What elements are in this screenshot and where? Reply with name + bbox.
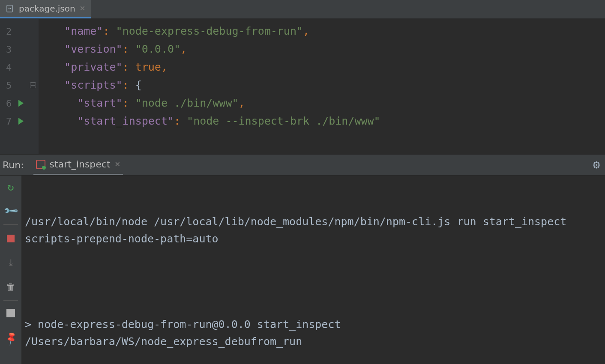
svg-point-1 [9,8,10,9]
toolbar-divider [3,224,18,225]
run-config-icon [36,160,45,169]
file-tab-label: package.json [19,3,75,14]
console-line: /usr/local/bin/node /usr/local/lib/node_… [25,213,602,248]
pin-icon: 📌 [3,331,18,346]
run-config-tab[interactable]: start_inspect ✕ [33,155,123,175]
fold-toggle-icon[interactable] [30,82,36,88]
line-number: 7 [6,116,12,127]
run-toolbar: ↻ 🔧 ⤓ 🗑 📌 [0,176,21,364]
edit-config-button[interactable]: 🔧 [3,203,18,218]
file-tab-package-json[interactable]: package.json ✕ [0,0,91,18]
svg-rect-0 [7,5,12,12]
rerun-icon: ↻ [7,180,14,193]
run-config-label: start_inspect [50,159,111,170]
code-area[interactable]: "name": "node-express-debug-from-run", "… [39,19,380,154]
stop-icon [7,235,15,242]
scroll-to-end-button[interactable]: ⤓ [3,255,18,270]
layout-icon [6,311,15,317]
toolbar-divider [3,300,18,301]
line-number: 6 [6,98,12,109]
run-gutter-icon[interactable] [18,118,24,125]
editor-gutter: 2 3 4 5 6 7 [0,19,39,154]
download-icon: ⤓ [7,257,15,268]
json-file-icon [6,4,15,13]
close-icon[interactable]: ✕ [115,160,120,168]
line-number: 5 [6,80,12,91]
trash-icon: 🗑 [6,281,15,292]
line-number: 3 [6,44,12,55]
pin-button[interactable]: 📌 [3,331,18,346]
run-panel-title: Run: [3,160,24,170]
code-editor[interactable]: 2 3 4 5 6 7 "name": "node-express-debug-… [0,19,605,154]
rerun-button[interactable]: ↻ [3,179,18,194]
line-number: 4 [6,62,12,73]
close-icon[interactable]: ✕ [80,4,85,12]
run-panel-header: Run: start_inspect ✕ ⚙ [0,154,605,176]
console-line: > node-express-debug-from-run@0.0.0 star… [25,316,602,350]
wrench-icon: 🔧 [3,203,19,219]
layout-button[interactable] [3,307,18,322]
console-output[interactable]: /usr/local/bin/node /usr/local/lib/node_… [21,176,605,364]
editor-tabbar: package.json ✕ [0,0,605,19]
svg-point-2 [10,8,12,9]
line-number: 2 [6,26,12,37]
run-panel-body: ↻ 🔧 ⤓ 🗑 📌 /usr/local/bin/node /usr/local… [0,176,605,364]
run-gutter-icon[interactable] [18,100,24,107]
stop-button[interactable] [3,231,18,246]
gear-icon[interactable]: ⚙ [592,160,601,170]
clear-button[interactable]: 🗑 [3,279,18,294]
